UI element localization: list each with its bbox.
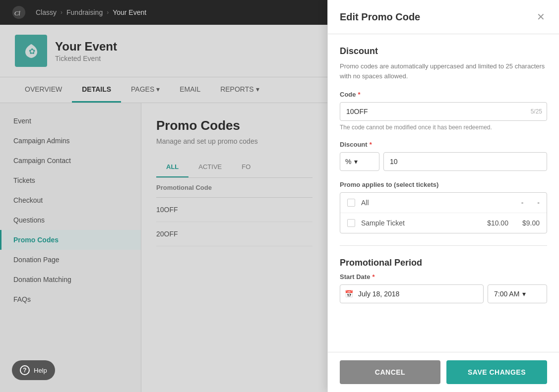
- help-icon: ?: [20, 365, 30, 375]
- ticket-discounted-all: -: [537, 199, 540, 207]
- ticket-discounted-sample: $9.00: [522, 219, 540, 227]
- ticket-checkbox-all[interactable]: [347, 199, 355, 207]
- panel-header: Edit Promo Code ✕: [328, 0, 559, 34]
- discount-amount-input[interactable]: [383, 152, 547, 171]
- discount-section: Discount Promo codes are automatically u…: [340, 46, 547, 233]
- discount-section-desc: Promo codes are automatically uppercased…: [340, 61, 547, 81]
- code-hint: The code cannot be modified once it has …: [340, 124, 547, 131]
- help-button[interactable]: ? Help: [12, 360, 55, 380]
- code-input-wrapper: 5/25: [340, 102, 547, 121]
- required-indicator-2: *: [370, 141, 372, 148]
- char-count: 5/25: [531, 108, 542, 115]
- start-date-input[interactable]: [340, 284, 484, 303]
- discount-label: Discount *: [340, 141, 547, 148]
- ticket-checkbox-sample[interactable]: [347, 219, 355, 227]
- date-input-wrap: 📅: [340, 284, 484, 303]
- date-row: 📅 7:00 AM ▾: [340, 284, 547, 303]
- ticket-price-all: -: [521, 199, 524, 207]
- discount-row: % ▾: [340, 152, 547, 171]
- code-input[interactable]: [340, 102, 547, 121]
- discount-type-select[interactable]: % ▾: [340, 152, 379, 171]
- applies-to-label: Promo applies to (select tickets): [340, 181, 547, 188]
- section-divider: [340, 245, 547, 246]
- applies-to-field-group: Promo applies to (select tickets) All - …: [340, 181, 547, 233]
- required-indicator-3: *: [372, 273, 374, 280]
- ticket-name-sample: Sample Ticket: [361, 219, 481, 227]
- modal-overlay: [0, 0, 327, 392]
- ticket-price-sample: $10.00: [487, 219, 508, 227]
- save-button[interactable]: SAVE CHANGES: [446, 360, 547, 384]
- panel-body: Discount Promo codes are automatically u…: [328, 34, 559, 352]
- time-value: 7:00 AM: [494, 290, 519, 298]
- ticket-selector: All - - Sample Ticket $10.00 $9.00: [340, 192, 547, 233]
- ticket-row-all: All - -: [340, 193, 547, 213]
- period-section: Promotional Period Start Date * 📅 7:00 A…: [340, 258, 547, 303]
- chevron-down-icon-time: ▾: [522, 290, 526, 298]
- help-label: Help: [34, 367, 47, 374]
- required-indicator: *: [358, 91, 361, 98]
- discount-field-group: Discount * % ▾: [340, 141, 547, 171]
- code-label: Code *: [340, 91, 547, 98]
- panel-title: Edit Promo Code: [340, 11, 420, 23]
- chevron-down-icon: ▾: [354, 158, 358, 166]
- time-select[interactable]: 7:00 AM ▾: [488, 284, 547, 303]
- code-field-group: Code * 5/25 The code cannot be modified …: [340, 91, 547, 131]
- start-date-field-group: Start Date * 📅 7:00 AM ▾: [340, 273, 547, 303]
- panel-footer: CANCEL SAVE CHANGES: [328, 352, 559, 392]
- ticket-row-sample: Sample Ticket $10.00 $9.00: [340, 213, 547, 233]
- close-icon[interactable]: ✕: [535, 10, 547, 24]
- discount-section-title: Discount: [340, 46, 547, 56]
- cancel-button[interactable]: CANCEL: [340, 360, 440, 384]
- calendar-icon: 📅: [345, 290, 353, 298]
- ticket-name-all: All: [361, 199, 515, 207]
- edit-promo-panel: Edit Promo Code ✕ Discount Promo codes a…: [327, 0, 559, 392]
- period-section-title: Promotional Period: [340, 258, 547, 268]
- start-date-label: Start Date *: [340, 273, 547, 280]
